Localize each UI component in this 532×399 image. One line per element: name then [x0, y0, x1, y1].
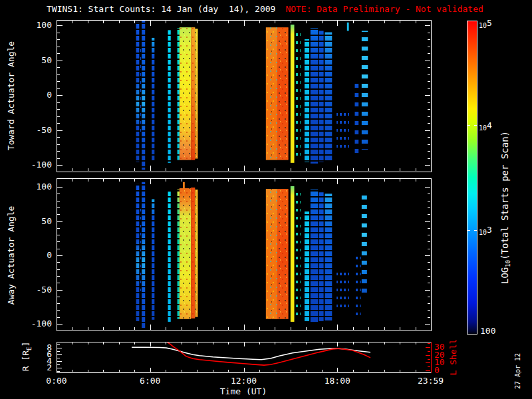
tick-label: 100	[37, 182, 52, 192]
colorbar-title-pre: LOG	[499, 267, 510, 284]
spectrogram-stripe	[136, 184, 140, 321]
tick-label: 0	[47, 250, 52, 260]
colorbar-tick-1e3: 103	[479, 225, 492, 236]
away-panel-frame: 100500-50-100	[31, 179, 432, 331]
toward-axis-label: Toward Actuator Angle	[6, 41, 16, 150]
spectrogram-stripe	[183, 182, 185, 189]
spectrogram-stripe	[347, 23, 349, 31]
stripe-speckle-overlay	[195, 190, 198, 317]
spectrogram-stripe	[178, 28, 180, 160]
spectrogram-stripe	[362, 195, 367, 296]
spectrogram-stripe	[140, 47, 141, 138]
tick-label: 50	[41, 216, 52, 226]
r-axis-label-sub: E	[26, 347, 33, 350]
spectrogram-stripe	[136, 23, 140, 162]
spectrogram-stripe	[152, 200, 154, 320]
colorbar-title-post: (Total Starts per Scan)	[499, 131, 510, 260]
spectrogram-stripe	[295, 191, 301, 320]
stripe-speckle-overlay	[191, 27, 195, 160]
colorbar-tick-1e5: 105	[479, 18, 492, 29]
spectrogram-stripe	[152, 38, 154, 161]
time-axis-label: Time (UT)	[220, 386, 267, 396]
cbtick-exp: 5	[487, 18, 492, 28]
r-axis-label-pre: R [R	[21, 350, 31, 371]
spectrogram-stripe	[325, 194, 332, 321]
lshell-curve	[166, 342, 370, 365]
away-stripes	[136, 182, 367, 329]
stripe-speckle-overlay	[277, 189, 289, 319]
tick-label: 18:00	[325, 376, 350, 386]
colorbar-gradient	[467, 21, 477, 334]
spectrogram-stripe	[319, 31, 324, 162]
stripe-speckle-overlay	[277, 27, 289, 160]
tick-label: 12:00	[231, 376, 257, 386]
twins-plot-screen: TWINS1: Start Counts: 14 Jan (day 14), 2…	[0, 0, 532, 399]
spectrogram-stripe	[168, 192, 170, 322]
colorbar	[467, 21, 477, 334]
tick-label: -50	[37, 285, 52, 295]
tick-label: 100	[37, 20, 52, 30]
spectrogram-stripe	[319, 192, 324, 321]
spectrogram-stripe	[311, 190, 318, 323]
lshell-axis-label: L Shell	[448, 339, 458, 376]
colorbar-title-sub: 10	[505, 260, 511, 267]
spectrogram-stripe	[336, 112, 349, 152]
r-axis-label: R [RE]	[21, 342, 33, 372]
spectrogram-stripe	[311, 28, 318, 164]
cbtick-base: 10	[479, 22, 487, 29]
spectrogram-stripe	[168, 30, 170, 163]
stripe-speckle-overlay	[180, 188, 191, 319]
spectrogram-stripe	[291, 25, 295, 163]
spectrogram-stripe	[291, 186, 295, 322]
tick-label: 50	[41, 55, 52, 65]
spectrogram-stripe	[305, 211, 309, 321]
spectrogram-stripe	[295, 29, 301, 160]
spectrogram-stripe	[178, 190, 180, 319]
spectrogram-stripe	[355, 80, 359, 155]
tick-label: 0	[47, 90, 52, 100]
spectrogram-stripe	[325, 33, 332, 162]
toward-panel-frame: 100500-50-100	[31, 20, 432, 172]
colorbar-tick-100: 100	[480, 326, 495, 336]
cbtick-exp: 4	[487, 120, 492, 130]
tick-label: 6:00	[140, 376, 160, 386]
stripe-speckle-overlay	[266, 27, 277, 160]
cbtick-exp: 3	[487, 225, 492, 235]
cbtick-base: 10	[479, 124, 487, 132]
colorbar-title: LOG10(Total Starts per Scan)	[499, 131, 512, 284]
tick-label: 0:00	[46, 376, 66, 386]
spectrogram-stripe	[142, 21, 145, 170]
spectrogram-stripe	[336, 273, 349, 312]
tick-label: -50	[37, 125, 52, 135]
tick-label: 23:59	[418, 376, 444, 386]
spectrogram-stripe	[140, 207, 141, 297]
time-tick-labels: 0:006:0012:0018:0023:59	[46, 376, 444, 386]
stripe-speckle-overlay	[180, 27, 191, 160]
spectrogram-stripe	[142, 182, 145, 329]
r-axis-label-post: ]	[21, 342, 31, 347]
stripe-speckle-overlay	[266, 189, 277, 319]
date-stamp: 27 Apr 12	[514, 353, 521, 389]
toward-stripes	[136, 21, 368, 170]
cbtick-base: 10	[479, 229, 487, 236]
tick-label: 2	[47, 362, 52, 372]
spectrogram-stripe	[355, 255, 361, 317]
spectrogram-stripe	[305, 39, 309, 162]
stripe-speckle-overlay	[191, 188, 195, 319]
away-axis-label: Away Actuator Angle	[6, 206, 16, 305]
orbit-curves	[132, 342, 370, 365]
tick-label: -100	[31, 160, 52, 170]
colorbar-tick-1e4: 104	[479, 120, 492, 132]
spectrogram-stripe	[362, 31, 368, 150]
stripe-speckle-overlay	[195, 29, 198, 158]
tick-label: 0	[434, 365, 440, 375]
tick-label: -100	[31, 319, 52, 329]
